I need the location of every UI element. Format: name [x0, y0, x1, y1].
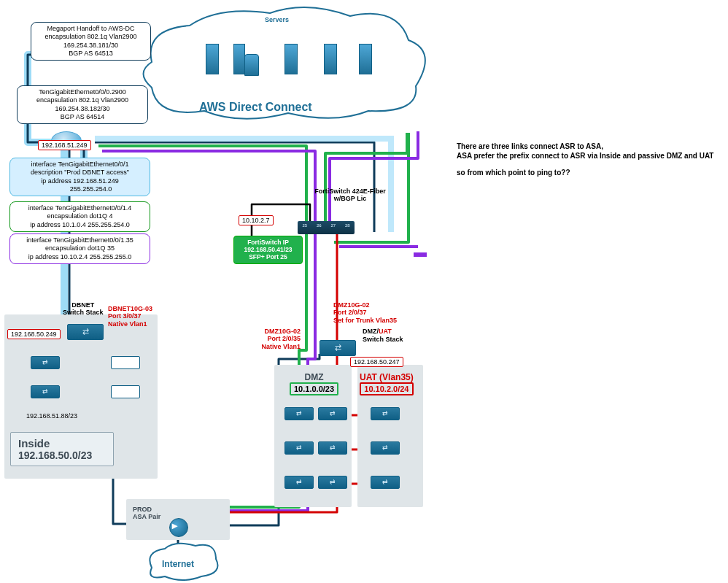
text: 192.168.50.41/23 [237, 246, 299, 253]
text: 10.10.2.0/24 [360, 382, 414, 395]
annotation-note: There are three links connect ASR to ASA… [457, 142, 719, 177]
fortiswitch-icon: 25 26 27 28 [298, 221, 355, 234]
switch-icon [31, 385, 60, 398]
aws-dc-title: AWS Direct Connect [199, 101, 312, 114]
fortiswitch-title: FortiSwitch 424E-Fiber w/BGP Lic [284, 188, 416, 203]
text: description "Prod DBNET access" [13, 169, 147, 177]
text: Megaport Handoff to AWS-DC [34, 25, 147, 33]
dmzuat-title: DMZ/UAT [363, 328, 392, 335]
servers-label: Servers [265, 16, 289, 23]
patch-panel-icon [111, 385, 140, 398]
text: ip address 10.10.2.4 255.255.255.0 [13, 253, 147, 261]
server-icon [359, 44, 372, 74]
dbnet-stack-title: DBNET Switch Stack [63, 301, 104, 316]
dbnet-host: 192.168.51.88/23 [26, 412, 77, 420]
text: 169.254.38.182/30 [20, 105, 144, 113]
text: 192.168.50.0/23 [18, 449, 106, 461]
iface-main-box: interface TenGigabitEthernet0/0/1 descri… [9, 158, 150, 196]
internet-label: Internet [162, 559, 194, 569]
switch-icon [67, 324, 104, 340]
switch-icon [320, 340, 356, 356]
dmzuat-gw-badge: 192.168.50.247 [350, 357, 403, 367]
text: encapsulation dot1Q 4 [13, 212, 147, 220]
dmz-port35-label: DMZ10G-02 Port 2/0/35 Native Vlan1 [254, 328, 301, 350]
switch-icon [371, 407, 400, 420]
text: 255.255.254.0 [13, 185, 147, 193]
text: interface TenGigabitEthernet0/0/1.4 [13, 204, 147, 212]
asr-ip-badge: 192.168.51.249 [38, 140, 91, 150]
text: ASA prefer the prefix connect to ASR via… [457, 151, 719, 161]
iface-v35-box: interface TenGigabitEthernet0/0/1.35 enc… [9, 233, 150, 264]
port: 26 [317, 223, 322, 228]
iface-v4-box: interface TenGigabitEthernet0/0/1.4 enca… [9, 201, 150, 232]
dbnet-gw-badge: 192.168.50.249 [7, 329, 61, 339]
dbnet-port-label: DBNET10G-03 Port 3/0/37 Native Vlan1 [108, 305, 152, 328]
dmzuat-sub: Switch Stack [363, 336, 403, 343]
tge-sub-box: TenGigabitEthernet0/0/0.2900 encapsulati… [17, 85, 148, 124]
server-cluster-icon [233, 44, 259, 76]
inside-zone-label: Inside 192.168.50.0/23 [10, 432, 114, 466]
svg-rect-0 [414, 252, 427, 257]
play-icon: ▸ [172, 520, 177, 531]
dmz-zone-label: DMZ 10.1.0.0/23 [290, 372, 338, 395]
port: 28 [345, 223, 350, 228]
text: SFP+ Port 25 [237, 253, 299, 260]
asa-label: PROD ASA Pair [133, 506, 160, 521]
text: encapsulation 802.1q Vlan2900 [20, 96, 144, 104]
text: DMZ [290, 372, 338, 382]
text: Inside [18, 437, 106, 449]
server-icon [284, 44, 298, 74]
text: interface TenGigabitEthernet0/0/1.35 [13, 236, 147, 244]
text: There are three links connect ASR to ASA… [457, 142, 719, 151]
text: 169.254.38.181/30 [34, 42, 147, 50]
text: UAT (Vlan35) [360, 372, 414, 382]
text: encapsulation 802.1q Vlan2900 [34, 33, 147, 41]
switch-icon [318, 441, 347, 455]
fortiswitch-detail: FortiSwitch IP 192.168.50.41/23 SFP+ Por… [233, 236, 303, 264]
text: DMZ/ [363, 328, 379, 335]
switch-icon [318, 407, 347, 420]
text: ip address 192.168.51.249 [13, 177, 147, 185]
text: 10.1.0.0/23 [290, 382, 338, 395]
port: 27 [330, 223, 336, 228]
fortiswitch-mgmt-ip: 10.10.2.7 [239, 215, 274, 225]
switch-icon [284, 407, 314, 420]
text: BGP AS 64514 [20, 113, 144, 121]
text: TenGigabitEthernet0/0/0.2900 [20, 88, 144, 96]
text: BGP AS 64513 [34, 50, 147, 58]
text: interface TenGigabitEthernet0/0/1 [13, 161, 147, 169]
uat-zone-label: UAT (Vlan35) 10.10.2.0/24 [360, 372, 414, 395]
patch-panel-icon [111, 356, 140, 369]
switch-icon [31, 356, 60, 369]
megaport-box: Megaport Handoff to AWS-DC encapsulation… [31, 22, 151, 61]
server-icon [206, 44, 219, 74]
switch-icon [284, 476, 314, 489]
text: ip address 10.1.0.4 255.255.254.0 [13, 221, 147, 229]
switch-icon [284, 441, 314, 455]
text: FortiSwitch IP [237, 239, 299, 246]
text: so from which point to ping to?? [457, 168, 719, 177]
server-icon [324, 44, 337, 74]
switch-icon [371, 441, 400, 455]
port: 25 [302, 223, 307, 228]
text: UAT [379, 328, 392, 335]
switch-icon [318, 476, 347, 489]
switch-icon [371, 476, 400, 489]
text: encapsulation dot1Q 35 [13, 244, 147, 252]
dmz-port37-label: DMZ10G-02 Port 2/0/37 Set for Trunk Vlan… [333, 301, 397, 324]
